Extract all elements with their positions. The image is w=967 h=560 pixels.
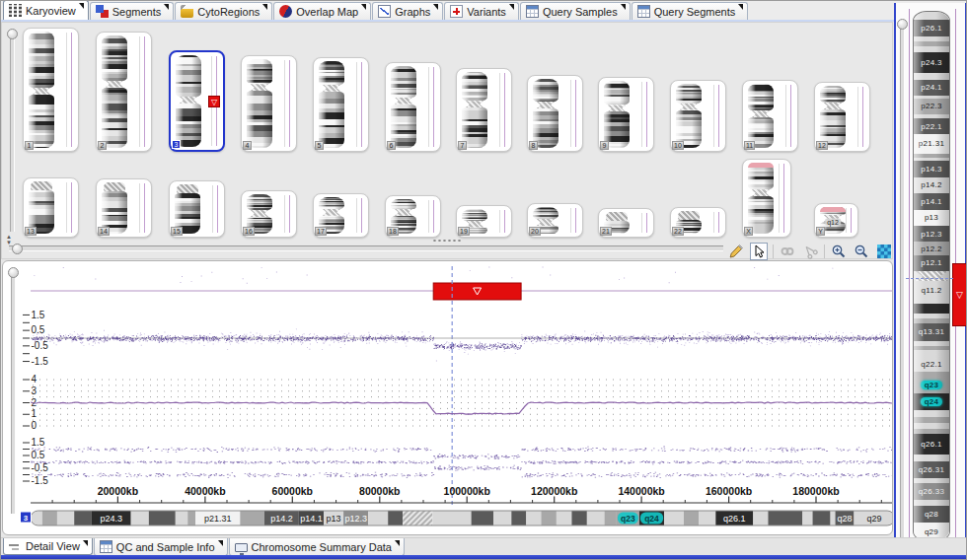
chromosome-1-ideogram[interactable] [29,32,54,148]
svg-text:q29: q29 [866,514,881,524]
chromosome-X-label: X [744,227,753,236]
tab-corner-marker [509,4,514,10]
chromosome-1-box[interactable]: 1 [23,28,79,152]
svg-text:60000kb: 60000kb [272,485,313,497]
chromosome-17-box[interactable]: 17 [313,193,369,238]
svg-text:100000kb: 100000kb [444,485,490,497]
chromosome-8-box[interactable]: 8 [527,75,583,152]
chromosome-7-box[interactable]: 7 [456,68,512,152]
tab-label: Karyoview [26,5,76,17]
cytoband [914,304,949,314]
tab-karyoview[interactable]: Karyoview [3,0,89,20]
chromosome-sidebar: p26.1p24.3p24.1p22.3p22.1p21.31p14.3p14.… [894,3,967,555]
svg-text:q26.1: q26.1 [723,514,746,524]
tab-label: QC and Sample Info [116,541,215,553]
zoom-out-icon[interactable] [853,243,870,260]
chromosome-22-box[interactable]: 22 [670,207,726,238]
svg-text:140000kb: 140000kb [618,485,664,497]
svg-text:160000kb: 160000kb [706,485,752,497]
chromosome-2-box[interactable]: 2 [96,32,152,152]
cursor-arrow-icon[interactable] [750,243,768,260]
chromosome-11-box[interactable]: 11 [742,80,798,152]
chromosome-4-box[interactable]: 4 [241,55,297,152]
chromosome-18-label: 18 [387,227,399,236]
edit-pencil-icon[interactable] [727,243,745,260]
detail-plot-svg[interactable]: 1.50.5-0.5-1.5432101.50.5-0.5-1.520000kb… [3,261,892,534]
chromosome-18-box[interactable]: 18 [385,195,441,238]
chromosome-19-box[interactable]: 19 [456,205,512,238]
scrollbar-knob[interactable] [12,244,23,254]
panel-splitter-handle[interactable] [432,239,462,243]
chromosome-6-box[interactable]: 6 [385,62,441,152]
slider-knob[interactable] [897,19,908,30]
tab-label: Query Segments [654,6,736,18]
chromosome-16-box[interactable]: 16 [241,190,297,238]
chromosome-9-ideogram[interactable] [604,81,630,148]
chromosome-10-box[interactable]: 10 [670,80,726,152]
svg-text:1.5: 1.5 [32,310,45,320]
chromosome-7-ideogram[interactable] [462,72,487,148]
chromosome-15-box[interactable]: 15 [169,180,225,238]
cytoband-p12.2: p12.2 [914,242,949,255]
chromosome-9-box[interactable]: 9 [598,77,654,152]
qc-sample-info-icon [100,540,112,553]
karyoview-zoom-slider[interactable] [10,31,15,232]
chromosome-11-ideogram[interactable] [748,84,774,148]
link-icon[interactable] [779,243,796,260]
variant-flag-marker[interactable]: ▽ [952,263,967,326]
tab-segments[interactable]: Segments [90,2,175,20]
svg-text:p13: p13 [327,514,341,524]
chromosome-20-label: 20 [529,227,541,236]
tab-cytoregions[interactable]: CytoRegions [175,2,272,20]
tab-detail-view[interactable]: Detail View [3,538,93,555]
cytoband-p12.1: p12.1 [914,255,949,271]
chromosome-6-ideogram[interactable] [391,66,416,148]
tab-chromosome-summary-data[interactable]: Chromosome Summary Data [229,538,405,556]
tab-corner-marker [738,4,743,10]
chromosome-X-box[interactable]: X [742,159,791,238]
horizontal-scrollbar[interactable] [9,245,723,251]
variant-flag-marker[interactable]: ▽ [208,96,220,107]
chromosome-2-ideogram[interactable] [102,35,127,148]
chromosome-4-ideogram[interactable] [247,59,272,148]
chromosome-5-box[interactable]: 5 [313,57,369,152]
slider-knob[interactable] [7,29,18,39]
tab-graphs[interactable]: Graphs [372,2,443,20]
svg-text:-1.5: -1.5 [32,356,49,367]
tab-corner-marker [395,540,400,546]
sidebar-zoom-slider[interactable] [900,21,905,537]
highlight-cap [748,163,774,168]
chromosome-17-label: 17 [315,227,327,236]
zoom-in-icon[interactable] [830,243,848,260]
chromosome-Y-box[interactable]: q12Y [814,203,858,238]
tab-variants[interactable]: Variants [444,2,519,20]
tab-qc-and-sample-info[interactable]: QC and Sample Info [94,538,228,556]
chromosome-X-ideogram[interactable] [748,163,774,234]
chromosome-12-ideogram[interactable] [820,86,846,148]
tab-overlap-map[interactable]: Overlap Map [273,2,371,20]
chromosome-3-box[interactable]: 3▽ [169,50,225,152]
chromosome-3-ideogram[interactable] [176,55,201,147]
chromosome-8-ideogram[interactable] [533,79,558,148]
tab-query-samples[interactable]: Query Samples [520,2,631,20]
cut-icon[interactable] [801,243,819,260]
chromosome-12-box[interactable]: 12 [814,82,870,152]
chromosome-14-box[interactable]: 14 [96,178,152,238]
sidebar-chromosome-ideogram[interactable]: p26.1p24.3p24.1p22.3p22.1p21.31p14.3p14.… [913,11,950,541]
tab-corner-marker [79,3,84,9]
cytoband-q24: q24 [914,393,949,411]
detail-plot-area[interactable]: 1.50.5-0.5-1.5432101.50.5-0.5-1.520000kb… [3,261,892,534]
chromosome-21-box[interactable]: 21 [598,208,654,238]
grid-map-icon[interactable] [875,243,893,260]
svg-text:80000kb: 80000kb [359,485,400,497]
row-scroll-arrows[interactable]: ▲▼ [6,234,14,245]
tab-query-segments[interactable]: Query Segments [632,2,749,20]
svg-text:-0.5: -0.5 [32,462,49,473]
karyoview-icon [9,4,22,17]
chromosome-5-ideogram[interactable] [319,61,344,148]
chromosome-3-label: 3 [172,140,181,149]
chromosome-13-box[interactable]: 13 [23,177,79,238]
chromosome-19-label: 19 [458,227,470,236]
chromosome-10-ideogram[interactable] [676,84,702,148]
chromosome-20-box[interactable]: 20 [527,203,583,238]
